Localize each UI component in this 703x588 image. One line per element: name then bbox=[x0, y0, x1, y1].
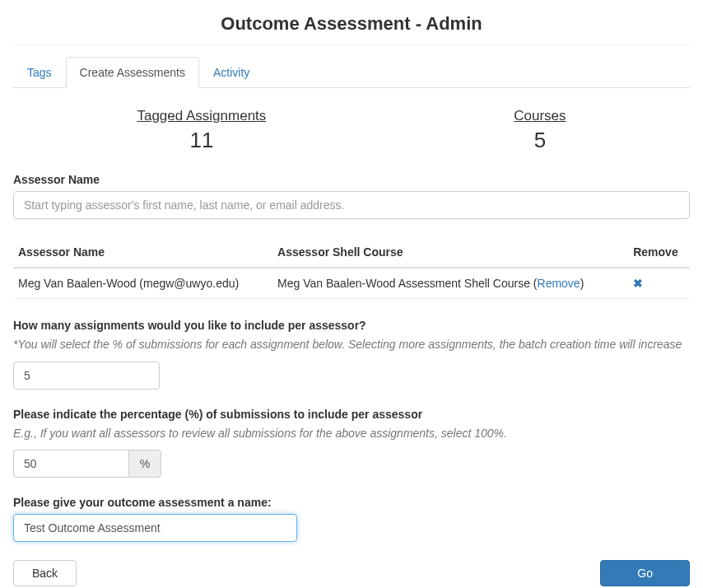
percentage-label: Please indicate the percentage (%) of su… bbox=[13, 408, 690, 421]
stat-tagged-assignments-label: Tagged Assignments bbox=[137, 108, 266, 124]
divider bbox=[13, 44, 690, 45]
assignments-count-label: How many assignments would you like to i… bbox=[13, 319, 690, 332]
cell-assessor-shell: Meg Van Baalen-Wood Assessment Shell Cou… bbox=[272, 268, 628, 299]
stat-courses-value: 5 bbox=[514, 128, 566, 153]
go-button[interactable]: Go bbox=[600, 560, 690, 586]
button-row: Back Go bbox=[13, 560, 690, 586]
col-assessor-name: Assessor Name bbox=[13, 237, 272, 268]
stat-courses: Courses 5 bbox=[514, 108, 566, 153]
stat-tagged-assignments: Tagged Assignments 11 bbox=[137, 108, 266, 153]
col-remove: Remove bbox=[628, 237, 690, 268]
back-button[interactable]: Back bbox=[13, 560, 77, 586]
assignments-count-section: How many assignments would you like to i… bbox=[13, 319, 690, 390]
shell-text-suffix: ) bbox=[580, 277, 584, 290]
tabs-nav: Tags Create Assessments Activity bbox=[13, 57, 690, 88]
stats-row: Tagged Assignments 11 Courses 5 bbox=[13, 108, 690, 153]
percent-addon: % bbox=[128, 450, 161, 478]
assessment-name-label: Please give your outcome assessment a na… bbox=[13, 496, 690, 509]
assignments-count-input[interactable] bbox=[13, 362, 160, 390]
stat-tagged-assignments-value: 11 bbox=[137, 128, 266, 153]
assessor-label: Assessor Name bbox=[13, 173, 690, 186]
col-assessor-shell: Assessor Shell Course bbox=[272, 237, 628, 268]
assessor-section: Assessor Name bbox=[13, 173, 690, 219]
assessment-name-section: Please give your outcome assessment a na… bbox=[13, 496, 690, 542]
tab-activity[interactable]: Activity bbox=[199, 57, 263, 88]
cell-assessor-name: Meg Van Baalen-Wood (megw@uwyo.edu) bbox=[13, 268, 272, 299]
table-row: Meg Van Baalen-Wood (megw@uwyo.edu) Meg … bbox=[13, 268, 690, 299]
shell-text-prefix: Meg Van Baalen-Wood Assessment Shell Cou… bbox=[277, 277, 537, 290]
assessment-name-input[interactable] bbox=[13, 514, 297, 542]
percentage-input-group: % bbox=[13, 450, 174, 478]
tab-tags[interactable]: Tags bbox=[13, 57, 66, 88]
tab-create-assessments[interactable]: Create Assessments bbox=[66, 57, 199, 88]
assessor-input[interactable] bbox=[13, 191, 690, 219]
assessor-table: Assessor Name Assessor Shell Course Remo… bbox=[13, 237, 690, 299]
assignments-count-hint: *You will select the % of submissions fo… bbox=[13, 337, 690, 353]
page-title: Outcome Assessment - Admin bbox=[13, 13, 690, 44]
percentage-section: Please indicate the percentage (%) of su… bbox=[13, 408, 690, 478]
stat-courses-label: Courses bbox=[514, 108, 566, 124]
remove-icon[interactable]: ✖ bbox=[633, 277, 643, 290]
percentage-hint: E.g., If you want all assessors to revie… bbox=[13, 426, 690, 442]
cell-remove: ✖ bbox=[628, 268, 690, 299]
remove-shell-link[interactable]: Remove bbox=[538, 277, 580, 290]
percentage-input[interactable] bbox=[13, 450, 128, 478]
table-header-row: Assessor Name Assessor Shell Course Remo… bbox=[13, 237, 690, 268]
